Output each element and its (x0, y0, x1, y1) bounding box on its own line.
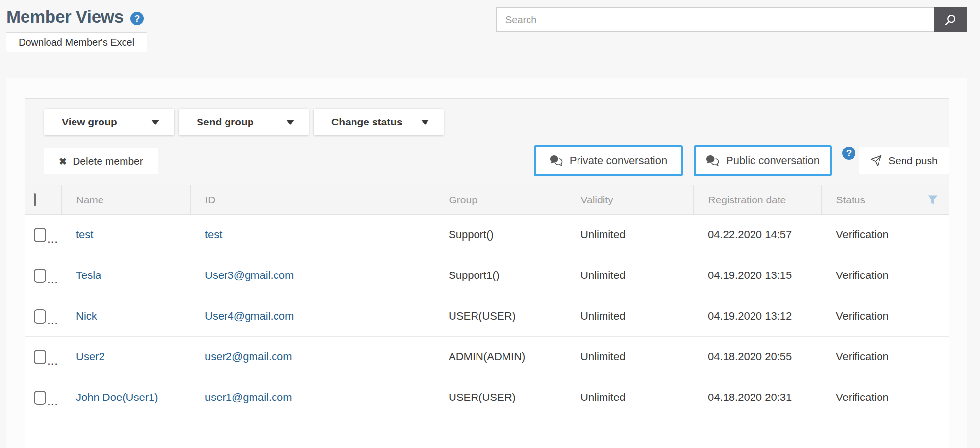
member-group: ADMIN(ADMIN) (434, 337, 566, 377)
chevron-down-icon (286, 120, 294, 125)
member-status: Verification (821, 377, 949, 418)
chevron-down-icon (421, 120, 429, 125)
table-row: … Nick User4@gmail.com USER(USER) Unlimi… (25, 296, 949, 337)
row-expand-ellipsis[interactable]: … (47, 395, 58, 408)
row-expand-ellipsis[interactable]: … (47, 232, 58, 246)
member-registration-date: 04.19.2020 13:12 (693, 296, 821, 337)
change-status-label: Change status (331, 116, 402, 128)
member-id-link[interactable]: User3@gmail.com (205, 269, 294, 281)
column-header-name: Name (61, 185, 190, 215)
table-row: … John Doe(User1) user1@gmail.com USER(U… (25, 377, 949, 418)
row-checkbox[interactable] (34, 269, 46, 283)
chat-bubbles-icon (550, 155, 563, 167)
help-icon[interactable]: ? (130, 12, 144, 25)
search-bar (496, 7, 967, 32)
member-group: USER(USER) (434, 296, 566, 337)
help-icon[interactable]: ? (842, 147, 855, 160)
members-toolbar: View group Send group Change status ✖ (25, 99, 949, 185)
download-members-excel-button[interactable]: Download Member's Excel (6, 32, 147, 52)
member-status: Verification (821, 215, 949, 255)
toolbar-dropdown-row: View group Send group Change status (44, 109, 444, 135)
chat-bubbles-icon (706, 155, 720, 167)
change-status-dropdown[interactable]: Change status (314, 109, 444, 135)
member-id-link[interactable]: user1@gmail.com (205, 391, 292, 403)
member-name-link[interactable]: Nick (76, 310, 97, 322)
row-checkbox[interactable] (34, 350, 46, 364)
chevron-down-icon (151, 120, 159, 125)
table-row: … User2 user2@gmail.com ADMIN(ADMIN) Unl… (25, 337, 949, 377)
member-status: Verification (821, 255, 949, 296)
member-validity: Unlimited (566, 255, 693, 296)
page-header: Member Views ? (6, 7, 144, 26)
member-status: Verification (821, 337, 949, 377)
delete-x-icon: ✖ (59, 156, 67, 167)
search-button[interactable] (934, 7, 967, 32)
member-name-link[interactable]: User2 (76, 350, 105, 363)
content-card: View group Send group Change status ✖ (6, 78, 967, 448)
member-id-link[interactable]: test (205, 228, 222, 241)
members-table: Name ID Group Validity Registration date… (25, 185, 949, 418)
column-header-registration-date: Registration date (693, 185, 821, 215)
row-expand-ellipsis[interactable]: … (47, 273, 58, 286)
row-checkbox[interactable] (34, 309, 46, 324)
table-header-row: Name ID Group Validity Registration date… (25, 185, 949, 215)
member-validity: Unlimited (566, 296, 693, 337)
search-icon (944, 13, 957, 26)
public-conversation-label: Public conversation (726, 154, 820, 167)
send-group-label: Send group (197, 116, 254, 128)
member-validity: Unlimited (566, 377, 693, 418)
toolbar-action-row: ✖ Delete member Private conversation (25, 145, 949, 177)
row-checkbox[interactable] (34, 228, 46, 242)
delete-member-button[interactable]: ✖ Delete member (44, 148, 158, 174)
column-header-id: ID (190, 185, 434, 215)
member-validity: Unlimited (566, 337, 693, 377)
member-name-link[interactable]: John Doe(User1) (76, 391, 158, 403)
member-registration-date: 04.18.2020 20:55 (693, 337, 821, 377)
row-checkbox[interactable] (34, 391, 46, 405)
members-panel: View group Send group Change status ✖ (25, 98, 949, 448)
member-registration-date: 04.18.2020 20:31 (693, 377, 821, 418)
send-push-button[interactable]: Send push (859, 147, 949, 174)
send-push-label: Send push (888, 155, 937, 167)
row-expand-ellipsis[interactable]: … (47, 313, 58, 327)
private-conversation-label: Private conversation (570, 154, 667, 167)
column-header-group: Group (434, 185, 566, 215)
member-name-link[interactable]: test (76, 228, 93, 241)
member-registration-date: 04.19.2020 13:15 (693, 255, 821, 296)
paper-plane-icon (870, 154, 882, 167)
member-group: USER(USER) (434, 377, 566, 418)
view-group-label: View group (62, 116, 117, 128)
column-header-validity: Validity (566, 185, 693, 215)
public-conversation-button[interactable]: Public conversation (694, 145, 832, 176)
table-row: … test test Support() Unlimited 04.22.20… (25, 215, 949, 255)
member-name-link[interactable]: Tesla (76, 269, 101, 281)
send-group-dropdown[interactable]: Send group (179, 109, 309, 135)
row-expand-ellipsis[interactable]: … (47, 354, 58, 368)
delete-member-label: Delete member (73, 155, 143, 167)
member-group: Support() (434, 215, 566, 255)
table-row: … Tesla User3@gmail.com Support1() Unlim… (25, 255, 949, 296)
page-title: Member Views (6, 7, 124, 26)
search-input[interactable] (496, 7, 934, 32)
member-id-link[interactable]: user2@gmail.com (205, 350, 292, 363)
member-validity: Unlimited (566, 215, 693, 255)
member-status: Verification (821, 296, 949, 337)
member-id-link[interactable]: User4@gmail.com (205, 310, 294, 322)
member-group: Support1() (434, 255, 566, 296)
column-header-status: Status (836, 194, 866, 206)
view-group-dropdown[interactable]: View group (44, 109, 174, 135)
member-registration-date: 04.22.2020 14:57 (693, 215, 821, 255)
private-conversation-button[interactable]: Private conversation (534, 145, 683, 176)
filter-icon[interactable] (928, 195, 938, 205)
select-all-checkbox[interactable] (34, 193, 36, 206)
